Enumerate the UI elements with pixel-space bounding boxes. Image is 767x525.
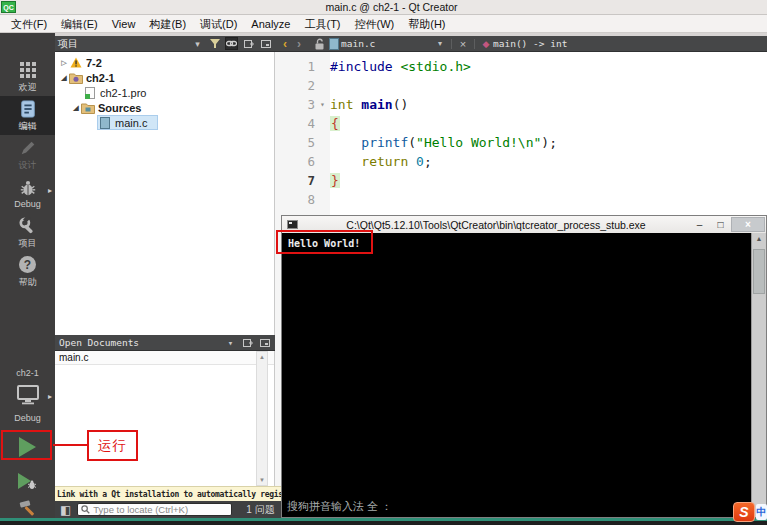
toggle-sidebar-icon[interactable]: ◧ [60,503,71,517]
design-pencil-icon [19,138,37,158]
expander-collapsed-icon[interactable]: ▷ [59,59,69,67]
dropdown-arrow-icon[interactable]: ▾ [224,336,237,349]
menu-build[interactable]: 构建(B) [142,15,193,33]
title-bar[interactable]: QC main.c @ ch2-1 - Qt Creator [0,0,767,15]
minimize-icon[interactable]: – [689,219,710,230]
locator-box[interactable] [77,503,232,516]
close-icon[interactable]: × [731,217,765,232]
split-icon[interactable] [242,37,255,50]
bottom-edge [0,521,767,525]
edit-document-icon [19,99,37,119]
chevron-right-icon: ▸ [48,186,52,195]
line-number: 1 [275,59,315,74]
ime-language-icon[interactable]: 中 [756,504,767,520]
line-number: 6 [275,154,315,169]
projects-pane-title: 项目 [58,37,191,51]
search-icon [81,505,90,514]
editor-file-name[interactable]: main.c [341,38,433,49]
console-window: C:\Qt\Qt5.12.10\Tools\QtCreator\bin\qtcr… [281,215,767,518]
dropdown-arrow-icon[interactable]: ▾ [191,37,204,50]
link-icon[interactable] [225,37,238,50]
chevron-right-icon: ▸ [48,392,52,401]
scroll-up-icon[interactable]: ▲ [752,235,766,242]
open-document-item[interactable]: main.c [55,351,274,365]
tree-node-7-2[interactable]: ▷ 7-2 [55,55,274,70]
cmd-icon [287,220,298,229]
kit-monitor-icon [16,385,40,409]
mode-projects-label: 项目 [19,237,37,250]
fold-marker-icon[interactable]: ▾ [315,100,330,109]
menu-analyze[interactable]: Analyze [244,15,297,33]
tree-node-ch2-1-pro[interactable]: ch2-1.pro [55,85,274,100]
scrollbar-thumb[interactable] [753,249,765,294]
tree-node-label: Sources [98,102,141,114]
chevron-down-icon[interactable]: ▾ [433,39,447,48]
tree-node-main-c[interactable]: main.c [55,115,274,130]
separator [451,39,452,49]
tree-node-ch2-1[interactable]: ◢ ch2-1 [55,70,274,85]
project-folder-icon [69,72,83,84]
close-document-icon[interactable]: × [456,38,470,50]
code-line[interactable]: 2 [275,76,767,95]
target-selector[interactable]: ch2-1 ▸ Debug [0,368,55,423]
code-line[interactable]: 1#include <stdio.h> [275,57,767,76]
sources-folder-icon [81,102,95,114]
annotation-output-highlight-box [276,230,373,254]
annotation-run-highlight-box [1,430,52,460]
console-output-area: Hello World! 搜狗拼音输入法 全 ： [282,233,751,517]
split-icon[interactable] [241,336,254,349]
code-line[interactable]: 7} [275,171,767,190]
line-number: 5 [275,135,315,150]
ime-status-text: 搜狗拼音输入法 全 ： [287,499,392,514]
locator-input[interactable] [93,504,223,515]
code-line[interactable]: 4{ [275,114,767,133]
editor-toolbar: ‹ › main.c ▾ × ◆ main() -> int [275,36,767,52]
scroll-down-icon[interactable]: ▼ [257,477,267,483]
c-file-icon [98,117,112,129]
menu-help[interactable]: 帮助(H) [401,15,452,33]
tree-node-sources[interactable]: ◢ Sources [55,100,274,115]
pro-file-icon [83,87,97,99]
code-line[interactable]: 6 return 0; [275,152,767,171]
app-icon: QC [1,1,16,13]
separator [474,39,475,49]
mode-edit-label: 编辑 [19,120,37,133]
mode-debug[interactable]: Debug ▸ [0,174,55,213]
selected-row-highlight: main.c [97,115,158,130]
open-documents-scrollbar[interactable]: ▲ ▼ [256,351,268,486]
mode-help[interactable]: ? 帮助 [0,252,55,291]
sogou-ime-icon[interactable]: S [733,502,755,522]
symbol-selector[interactable]: main() -> int [493,38,567,49]
forward-icon[interactable]: › [297,37,311,51]
code-line[interactable]: 5 printf("Hello World!\n"); [275,133,767,152]
close-pane-icon[interactable] [258,336,271,349]
expander-expanded-icon[interactable]: ◢ [59,74,69,82]
menu-bar: 文件(F) 编辑(E) View 构建(B) 调试(D) Analyze 工具(… [0,15,767,33]
back-icon[interactable]: ‹ [283,37,297,51]
line-number: 7 [275,173,315,188]
code-line[interactable]: 3▾int main() [275,95,767,114]
code-line[interactable]: 8 [275,190,767,209]
mode-edit[interactable]: 编辑 [0,96,55,135]
filter-icon[interactable] [208,37,221,50]
mode-projects[interactable]: 项目 [0,213,55,252]
maximize-icon[interactable]: □ [710,219,731,230]
scroll-up-icon[interactable]: ▲ [257,354,267,360]
mode-debug-label: Debug [14,199,41,209]
mode-welcome[interactable]: 欢迎 [0,57,55,96]
menu-view[interactable]: View [105,15,143,33]
close-pane-icon[interactable] [259,37,272,50]
menu-file[interactable]: 文件(F) [4,15,54,33]
menu-debug[interactable]: 调试(D) [193,15,244,33]
expander-expanded-icon[interactable]: ◢ [71,104,81,112]
code-text: } [330,173,340,188]
console-scrollbar[interactable]: ▲ ▼ [751,233,766,517]
toolbar-gap-strip [55,33,767,36]
menu-widgets[interactable]: 控件(W) [348,15,402,33]
open-documents-list: main.c ▲ ▼ [55,351,275,486]
issues-pane-button[interactable]: 1 问题 [246,503,274,517]
debug-run-button[interactable] [0,467,55,495]
code-text: #include <stdio.h> [330,59,471,74]
menu-edit[interactable]: 编辑(E) [54,15,105,33]
menu-tools[interactable]: 工具(T) [297,15,347,33]
